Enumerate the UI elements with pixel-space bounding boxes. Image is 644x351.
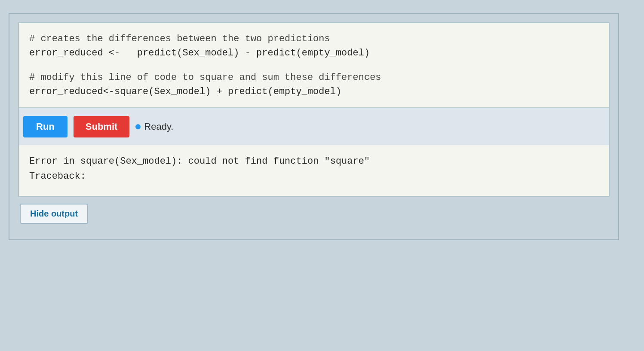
main-container: # creates the differences between the tw…: [9, 13, 619, 240]
code-gap: [29, 60, 598, 70]
bottom-row: Hide output: [18, 197, 610, 231]
code-line-4: error_reduced<-square(Sex_model) + predi…: [29, 85, 598, 99]
output-box: Error in square(Sex_model): could not fi…: [18, 145, 610, 197]
submit-button[interactable]: Submit: [74, 116, 130, 137]
output-line-2: Traceback:: [29, 169, 598, 184]
code-line-2: error_reduced <- predict(Sex_model) - pr…: [29, 46, 598, 60]
hide-output-button[interactable]: Hide output: [20, 204, 88, 224]
code-editor[interactable]: # creates the differences between the tw…: [18, 22, 610, 108]
run-button[interactable]: Run: [23, 116, 67, 137]
output-line-1: Error in square(Sex_model): could not fi…: [29, 154, 598, 169]
status-dot-icon: [135, 124, 141, 129]
code-line-1: # creates the differences between the tw…: [29, 32, 598, 46]
status-indicator: Ready.: [135, 121, 173, 132]
status-text: Ready.: [144, 121, 173, 132]
code-line-3: # modify this line of code to square and…: [29, 70, 598, 85]
controls-row: Run Submit Ready.: [18, 108, 610, 145]
